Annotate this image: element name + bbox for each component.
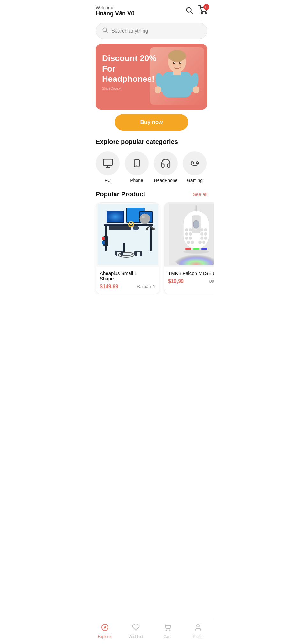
- desk-illustration: [98, 204, 158, 265]
- svg-point-77: [204, 228, 207, 231]
- product-image-desk: [96, 203, 159, 267]
- banner-watermark: ShareCode.vn: [102, 87, 157, 90]
- svg-rect-35: [150, 225, 152, 251]
- svg-rect-9: [173, 71, 181, 75]
- svg-rect-91: [185, 248, 191, 250]
- header-left: Welcome Hoàng Văn Vũ: [96, 5, 135, 17]
- search-bar[interactable]: [96, 23, 207, 39]
- cart-nav-icon: [163, 624, 171, 633]
- category-item-gaming[interactable]: Gaming: [183, 151, 207, 183]
- wishlist-icon: [132, 624, 140, 633]
- person-svg: [155, 49, 199, 103]
- svg-marker-96: [104, 626, 106, 629]
- product-card-desk[interactable]: Aheaplus Small L Shape... $149,99 Đã bán…: [96, 202, 159, 294]
- search-icon-button[interactable]: [185, 6, 193, 16]
- category-item-phone[interactable]: Phone: [125, 151, 149, 183]
- headphone-icon: [160, 158, 171, 169]
- category-item-headphone[interactable]: HeadPhone: [154, 151, 178, 183]
- profile-icon: [194, 624, 202, 633]
- explorer-label: Explorer: [98, 634, 112, 639]
- svg-point-76: [200, 228, 203, 231]
- svg-point-83: [189, 237, 192, 240]
- svg-rect-36: [123, 243, 125, 252]
- svg-point-29: [196, 163, 197, 164]
- banner: Discount 20% For Headphones! ShareCode.v…: [96, 44, 207, 110]
- product-price-row-desk: $149,99 Đã bán: 1: [100, 284, 155, 290]
- product-price-mouse: $19,99: [168, 278, 184, 284]
- product-name-desk: Aheaplus Small L Shape...: [100, 270, 155, 281]
- categories-row: PC Phone HeadPhone: [96, 151, 207, 184]
- svg-point-18: [174, 62, 175, 63]
- svg-point-16: [173, 62, 175, 64]
- profile-label: Profile: [193, 634, 203, 639]
- gaming-label: Gaming: [187, 178, 203, 183]
- svg-point-19: [180, 62, 181, 63]
- svg-point-47: [152, 228, 155, 230]
- svg-rect-64: [135, 252, 137, 256]
- product-image-mouse: [164, 203, 214, 267]
- svg-line-5: [106, 31, 108, 33]
- product-sold-desk: Đã bán: 1: [137, 284, 155, 289]
- product-card-mouse[interactable]: TMKB Falcon M1SE U $19,99 Đã bá...: [164, 202, 214, 294]
- gaming-icon-circle: [183, 151, 207, 175]
- svg-point-80: [200, 232, 203, 236]
- svg-point-98: [169, 630, 170, 631]
- welcome-label: Welcome: [96, 5, 135, 10]
- product-sold-mouse: Đã bá...: [209, 279, 214, 284]
- svg-point-2: [201, 13, 203, 14]
- search-bar-icon: [102, 27, 108, 35]
- svg-rect-92: [193, 248, 199, 250]
- svg-rect-61: [115, 252, 116, 255]
- svg-point-3: [205, 13, 207, 14]
- buy-now-button[interactable]: Buy now: [115, 114, 188, 131]
- product-name-mouse: TMKB Falcon M1SE U: [168, 270, 214, 276]
- search-bar-container: [89, 20, 214, 44]
- svg-point-79: [189, 232, 192, 236]
- categories-section: Explore popular categories PC Phone: [89, 138, 214, 184]
- nav-item-profile[interactable]: Profile: [187, 624, 209, 639]
- product-info-mouse: TMKB Falcon M1SE U $19,99 Đã bá...: [164, 267, 214, 289]
- header: Welcome Hoàng Văn Vũ 0: [89, 0, 214, 20]
- svg-point-87: [191, 241, 194, 244]
- category-item-pc[interactable]: PC: [96, 151, 120, 183]
- svg-point-99: [197, 625, 199, 627]
- product-price-desk: $149,99: [100, 284, 118, 290]
- product-info-desk: Aheaplus Small L Shape... $149,99 Đã bán…: [96, 267, 159, 294]
- svg-rect-44: [109, 226, 131, 230]
- svg-point-97: [166, 630, 166, 631]
- see-all-button[interactable]: See all: [193, 192, 207, 197]
- categories-title: Explore popular categories: [96, 138, 207, 146]
- svg-point-74: [185, 228, 188, 231]
- nav-item-wishlist[interactable]: WishList: [125, 624, 147, 639]
- svg-rect-93: [201, 248, 207, 250]
- wishlist-label: WishList: [129, 634, 143, 639]
- svg-point-88: [198, 241, 202, 244]
- banner-person-illustration: [150, 47, 204, 105]
- nav-item-explorer[interactable]: Explorer: [94, 624, 116, 639]
- svg-rect-62: [122, 252, 123, 255]
- headphone-icon-circle: [154, 151, 178, 175]
- monitor-icon: [102, 158, 113, 169]
- svg-rect-33: [123, 224, 153, 225]
- svg-point-81: [204, 232, 207, 236]
- header-right: 0: [185, 5, 207, 17]
- svg-point-49: [140, 214, 150, 224]
- svg-point-17: [179, 62, 181, 64]
- svg-point-78: [185, 232, 188, 236]
- svg-rect-58: [115, 251, 123, 252]
- svg-point-86: [187, 241, 190, 244]
- svg-rect-20: [103, 159, 112, 165]
- search-icon: [185, 6, 193, 14]
- cart-button[interactable]: 0: [198, 5, 207, 17]
- cart-nav-label: Cart: [163, 634, 171, 639]
- search-input[interactable]: [111, 28, 201, 34]
- explorer-icon: [101, 624, 109, 633]
- popular-header: Popular Product See all: [89, 191, 214, 198]
- svg-point-46: [146, 228, 148, 230]
- nav-item-cart[interactable]: Cart: [156, 624, 178, 639]
- svg-point-13: [193, 86, 199, 93]
- buy-now-wrapper: Buy now: [96, 114, 207, 131]
- pc-label: PC: [105, 178, 111, 183]
- svg-line-1: [191, 11, 193, 13]
- svg-point-45: [133, 226, 139, 230]
